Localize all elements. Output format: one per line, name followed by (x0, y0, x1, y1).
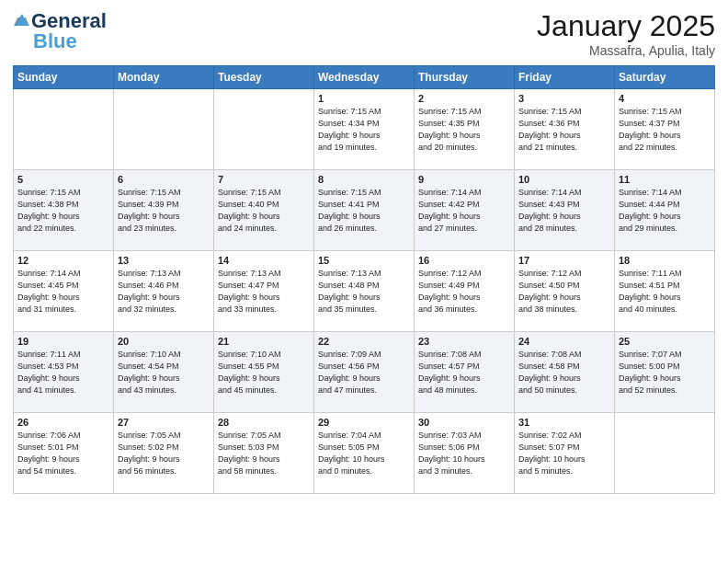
day-info: Sunrise: 7:11 AM Sunset: 4:53 PM Dayligh… (17, 349, 109, 396)
header-wednesday: Wednesday (314, 66, 415, 89)
day-info: Sunrise: 7:08 AM Sunset: 4:58 PM Dayligh… (518, 349, 610, 396)
cell-week2-day2: 7Sunrise: 7:15 AM Sunset: 4:40 PM Daylig… (214, 170, 314, 251)
day-number: 12 (17, 255, 109, 266)
day-info: Sunrise: 7:12 AM Sunset: 4:49 PM Dayligh… (418, 268, 510, 316)
week-row-4: 19Sunrise: 7:11 AM Sunset: 4:53 PM Dayli… (14, 332, 715, 413)
header-sunday: Sunday (14, 66, 114, 89)
cell-week4-day5: 24Sunrise: 7:08 AM Sunset: 4:58 PM Dayli… (515, 332, 615, 413)
day-info: Sunrise: 7:14 AM Sunset: 4:43 PM Dayligh… (518, 187, 610, 235)
location: Massafra, Apulia, Italy (537, 43, 715, 58)
title-block: January 2025 Massafra, Apulia, Italy (537, 9, 715, 58)
cell-week4-day4: 23Sunrise: 7:08 AM Sunset: 4:57 PM Dayli… (415, 332, 515, 413)
cell-week3-day3: 15Sunrise: 7:13 AM Sunset: 4:48 PM Dayli… (314, 251, 415, 332)
cell-week5-day1: 27Sunrise: 7:05 AM Sunset: 5:02 PM Dayli… (114, 413, 214, 494)
day-number: 4 (619, 93, 711, 104)
month-title: January 2025 (537, 9, 715, 43)
day-number: 10 (518, 174, 610, 185)
day-info: Sunrise: 7:15 AM Sunset: 4:36 PM Dayligh… (518, 106, 610, 154)
day-number: 26 (17, 417, 109, 428)
cell-week2-day1: 6Sunrise: 7:15 AM Sunset: 4:39 PM Daylig… (114, 170, 214, 251)
day-number: 31 (518, 417, 610, 428)
cell-week1-day6: 4Sunrise: 7:15 AM Sunset: 4:37 PM Daylig… (615, 89, 715, 170)
cell-week4-day0: 19Sunrise: 7:11 AM Sunset: 4:53 PM Dayli… (14, 332, 114, 413)
logo-blue: Blue (33, 33, 77, 50)
logo-icon (13, 13, 29, 29)
day-number: 5 (17, 174, 109, 185)
cell-week5-day4: 30Sunrise: 7:03 AM Sunset: 5:06 PM Dayli… (415, 413, 515, 494)
day-number: 22 (318, 336, 410, 347)
day-number: 24 (518, 336, 610, 347)
cell-week1-day4: 2Sunrise: 7:15 AM Sunset: 4:35 PM Daylig… (415, 89, 515, 170)
day-number: 8 (318, 174, 410, 185)
page: General Blue January 2025 Massafra, Apul… (0, 0, 728, 563)
day-number: 3 (518, 93, 610, 104)
week-row-2: 5Sunrise: 7:15 AM Sunset: 4:38 PM Daylig… (14, 170, 715, 251)
day-info: Sunrise: 7:11 AM Sunset: 4:51 PM Dayligh… (619, 268, 711, 316)
day-number: 18 (619, 255, 711, 266)
cell-week5-day3: 29Sunrise: 7:04 AM Sunset: 5:05 PM Dayli… (314, 413, 415, 494)
day-info: Sunrise: 7:14 AM Sunset: 4:44 PM Dayligh… (619, 187, 711, 235)
day-number: 2 (418, 93, 510, 104)
cell-week3-day5: 17Sunrise: 7:12 AM Sunset: 4:50 PM Dayli… (515, 251, 615, 332)
calendar-header: Sunday Monday Tuesday Wednesday Thursday… (14, 66, 715, 89)
day-info: Sunrise: 7:15 AM Sunset: 4:39 PM Dayligh… (118, 187, 210, 235)
day-info: Sunrise: 7:10 AM Sunset: 4:54 PM Dayligh… (118, 349, 210, 396)
week-row-5: 26Sunrise: 7:06 AM Sunset: 5:01 PM Dayli… (14, 413, 715, 494)
day-number: 1 (318, 93, 410, 104)
cell-week1-day0 (14, 89, 114, 170)
cell-week1-day5: 3Sunrise: 7:15 AM Sunset: 4:36 PM Daylig… (515, 89, 615, 170)
cell-week1-day3: 1Sunrise: 7:15 AM Sunset: 4:34 PM Daylig… (314, 89, 415, 170)
cell-week2-day5: 10Sunrise: 7:14 AM Sunset: 4:43 PM Dayli… (515, 170, 615, 251)
header: General Blue January 2025 Massafra, Apul… (13, 9, 715, 58)
cell-week4-day1: 20Sunrise: 7:10 AM Sunset: 4:54 PM Dayli… (114, 332, 214, 413)
day-info: Sunrise: 7:15 AM Sunset: 4:34 PM Dayligh… (318, 106, 410, 154)
day-info: Sunrise: 7:02 AM Sunset: 5:07 PM Dayligh… (518, 430, 610, 477)
day-info: Sunrise: 7:15 AM Sunset: 4:41 PM Dayligh… (318, 187, 410, 235)
cell-week4-day3: 22Sunrise: 7:09 AM Sunset: 4:56 PM Dayli… (314, 332, 415, 413)
day-number: 25 (619, 336, 711, 347)
logo: General Blue (13, 9, 107, 50)
day-info: Sunrise: 7:14 AM Sunset: 4:45 PM Dayligh… (17, 268, 109, 316)
day-number: 7 (218, 174, 310, 185)
week-row-1: 1Sunrise: 7:15 AM Sunset: 4:34 PM Daylig… (14, 89, 715, 170)
day-info: Sunrise: 7:13 AM Sunset: 4:47 PM Dayligh… (218, 268, 310, 316)
cell-week4-day6: 25Sunrise: 7:07 AM Sunset: 5:00 PM Dayli… (615, 332, 715, 413)
day-number: 30 (418, 417, 510, 428)
day-number: 13 (118, 255, 210, 266)
cell-week2-day3: 8Sunrise: 7:15 AM Sunset: 4:41 PM Daylig… (314, 170, 415, 251)
day-info: Sunrise: 7:12 AM Sunset: 4:50 PM Dayligh… (518, 268, 610, 316)
cell-week3-day2: 14Sunrise: 7:13 AM Sunset: 4:47 PM Dayli… (214, 251, 314, 332)
day-info: Sunrise: 7:15 AM Sunset: 4:38 PM Dayligh… (17, 187, 109, 235)
day-info: Sunrise: 7:14 AM Sunset: 4:42 PM Dayligh… (418, 187, 510, 235)
cell-week3-day1: 13Sunrise: 7:13 AM Sunset: 4:46 PM Dayli… (114, 251, 214, 332)
day-info: Sunrise: 7:05 AM Sunset: 5:02 PM Dayligh… (118, 430, 210, 477)
header-monday: Monday (114, 66, 214, 89)
day-number: 17 (518, 255, 610, 266)
day-info: Sunrise: 7:04 AM Sunset: 5:05 PM Dayligh… (318, 430, 410, 477)
cell-week3-day4: 16Sunrise: 7:12 AM Sunset: 4:49 PM Dayli… (415, 251, 515, 332)
day-number: 29 (318, 417, 410, 428)
day-number: 21 (218, 336, 310, 347)
day-info: Sunrise: 7:08 AM Sunset: 4:57 PM Dayligh… (418, 349, 510, 396)
day-info: Sunrise: 7:05 AM Sunset: 5:03 PM Dayligh… (218, 430, 310, 477)
cell-week3-day0: 12Sunrise: 7:14 AM Sunset: 4:45 PM Dayli… (14, 251, 114, 332)
day-info: Sunrise: 7:03 AM Sunset: 5:06 PM Dayligh… (418, 430, 510, 477)
day-info: Sunrise: 7:13 AM Sunset: 4:46 PM Dayligh… (118, 268, 210, 316)
day-number: 23 (418, 336, 510, 347)
cell-week5-day0: 26Sunrise: 7:06 AM Sunset: 5:01 PM Dayli… (14, 413, 114, 494)
day-number: 15 (318, 255, 410, 266)
cell-week1-day1 (114, 89, 214, 170)
cell-week3-day6: 18Sunrise: 7:11 AM Sunset: 4:51 PM Dayli… (615, 251, 715, 332)
day-number: 16 (418, 255, 510, 266)
day-number: 28 (218, 417, 310, 428)
header-saturday: Saturday (615, 66, 715, 89)
header-friday: Friday (515, 66, 615, 89)
day-number: 14 (218, 255, 310, 266)
calendar-body: 1Sunrise: 7:15 AM Sunset: 4:34 PM Daylig… (14, 89, 715, 494)
cell-week5-day5: 31Sunrise: 7:02 AM Sunset: 5:07 PM Dayli… (515, 413, 615, 494)
day-info: Sunrise: 7:15 AM Sunset: 4:40 PM Dayligh… (218, 187, 310, 235)
cell-week5-day6 (615, 413, 715, 494)
cell-week1-day2 (214, 89, 314, 170)
day-number: 9 (418, 174, 510, 185)
day-number: 20 (118, 336, 210, 347)
